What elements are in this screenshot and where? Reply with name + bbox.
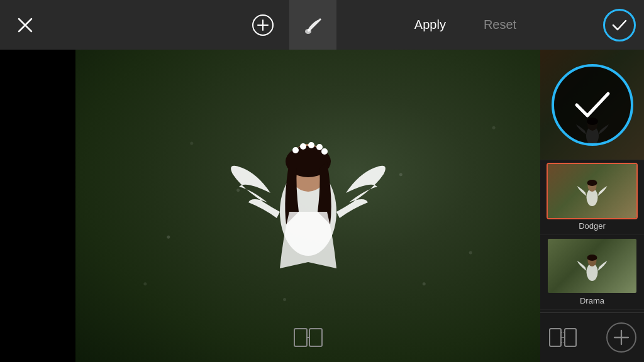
- image-bottom-toolbar: [75, 312, 540, 362]
- svg-point-5: [305, 29, 311, 34]
- main-area: Dodger Drama: [0, 50, 644, 362]
- filter-label-drama: Drama: [580, 296, 604, 305]
- filter-thumb-drama: [547, 238, 638, 294]
- toolbar-left: [0, 11, 289, 39]
- confirm-button[interactable]: [594, 0, 644, 50]
- filter-list: Dodger Drama: [540, 160, 644, 312]
- svg-point-13: [321, 148, 328, 155]
- image-canvas[interactable]: [75, 50, 540, 362]
- svg-point-25: [587, 255, 597, 261]
- svg-point-11: [308, 142, 314, 148]
- apply-button[interactable]: Apply: [396, 11, 465, 38]
- angel-figure: [214, 86, 402, 300]
- add-filter-button[interactable]: [606, 322, 636, 353]
- filter-item-drama[interactable]: Drama: [540, 234, 644, 309]
- right-panel: Dodger Drama: [540, 50, 644, 362]
- big-check-overlay: [540, 50, 644, 160]
- toolbar-center: Apply Reset: [336, 11, 594, 38]
- close-button[interactable]: [13, 13, 38, 38]
- svg-point-22: [587, 180, 597, 186]
- svg-rect-15: [309, 329, 322, 346]
- compare-panels-button[interactable]: [548, 322, 578, 353]
- svg-point-10: [300, 143, 306, 150]
- svg-point-9: [292, 147, 299, 153]
- filter-item-dodger[interactable]: Dodger: [540, 160, 644, 234]
- filter-label-dodger: Dodger: [579, 221, 606, 231]
- selected-filter-overlay[interactable]: [540, 50, 644, 160]
- reset-button[interactable]: Reset: [465, 11, 535, 38]
- add-tool-button[interactable]: [249, 11, 277, 39]
- brush-tool[interactable]: [289, 0, 336, 50]
- filter-thumb-inner-dodger: [548, 164, 636, 218]
- right-panel-bottom-toolbar: [540, 312, 644, 362]
- filter-thumb-inner-drama: [548, 239, 636, 293]
- compare-button[interactable]: [292, 321, 325, 354]
- svg-rect-29: [550, 329, 561, 346]
- photo-background: [75, 50, 540, 362]
- toolbar: Apply Reset: [0, 0, 644, 50]
- confirm-circle: [603, 9, 636, 41]
- svg-point-12: [316, 144, 323, 150]
- svg-rect-14: [294, 329, 307, 346]
- big-check-circle: [552, 64, 633, 146]
- left-panel: [0, 50, 75, 362]
- filter-thumb-dodger: [547, 163, 638, 219]
- svg-rect-30: [565, 329, 576, 346]
